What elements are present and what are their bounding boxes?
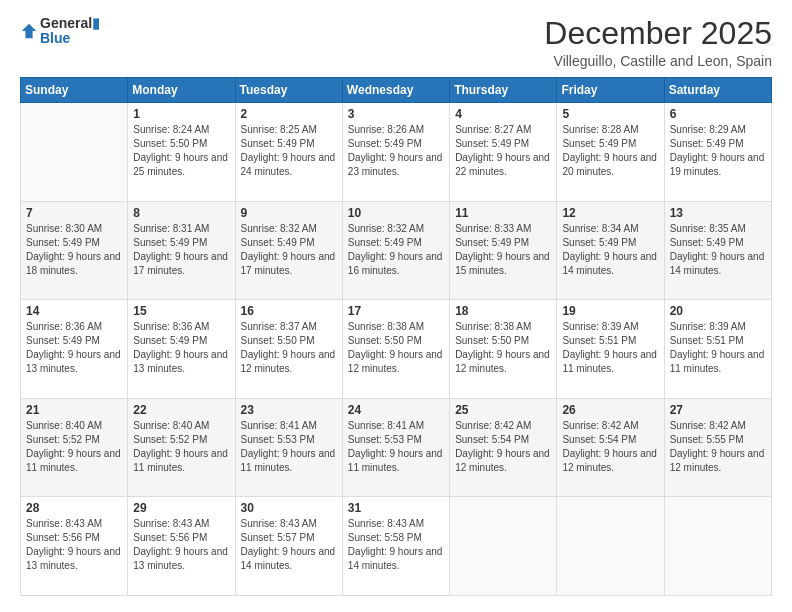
day-number: 1	[133, 107, 229, 121]
col-wednesday: Wednesday	[342, 78, 449, 103]
day-daylight: Daylight: 9 hours and 24 minutes.	[241, 152, 336, 177]
day-number: 12	[562, 206, 658, 220]
calendar-cell-3-6: 27 Sunrise: 8:42 AM Sunset: 5:55 PM Dayl…	[664, 398, 771, 497]
calendar-cell-3-2: 23 Sunrise: 8:41 AM Sunset: 5:53 PM Dayl…	[235, 398, 342, 497]
day-daylight: Daylight: 9 hours and 20 minutes.	[562, 152, 657, 177]
day-sunset: Sunset: 5:58 PM	[348, 532, 422, 543]
day-sunrise: Sunrise: 8:41 AM	[348, 420, 424, 431]
day-sunset: Sunset: 5:54 PM	[455, 434, 529, 445]
day-sunset: Sunset: 5:49 PM	[562, 138, 636, 149]
header: General▮ Blue December 2025 Villeguillo,…	[20, 16, 772, 69]
day-sunrise: Sunrise: 8:30 AM	[26, 223, 102, 234]
day-sunset: Sunset: 5:50 PM	[455, 335, 529, 346]
calendar-cell-1-3: 10 Sunrise: 8:32 AM Sunset: 5:49 PM Dayl…	[342, 201, 449, 300]
subtitle: Villeguillo, Castille and Leon, Spain	[544, 53, 772, 69]
day-sunset: Sunset: 5:56 PM	[133, 532, 207, 543]
day-sunrise: Sunrise: 8:42 AM	[562, 420, 638, 431]
calendar-cell-4-6	[664, 497, 771, 596]
day-sunrise: Sunrise: 8:42 AM	[455, 420, 531, 431]
day-number: 8	[133, 206, 229, 220]
calendar-cell-2-1: 15 Sunrise: 8:36 AM Sunset: 5:49 PM Dayl…	[128, 300, 235, 399]
day-sunset: Sunset: 5:51 PM	[670, 335, 744, 346]
day-sunset: Sunset: 5:55 PM	[670, 434, 744, 445]
day-daylight: Daylight: 9 hours and 17 minutes.	[133, 251, 228, 276]
calendar-cell-3-1: 22 Sunrise: 8:40 AM Sunset: 5:52 PM Dayl…	[128, 398, 235, 497]
calendar-week-0: 1 Sunrise: 8:24 AM Sunset: 5:50 PM Dayli…	[21, 103, 772, 202]
day-sunrise: Sunrise: 8:28 AM	[562, 124, 638, 135]
day-number: 4	[455, 107, 551, 121]
day-number: 25	[455, 403, 551, 417]
day-number: 28	[26, 501, 122, 515]
logo-line1: General▮	[40, 16, 100, 31]
day-sunset: Sunset: 5:54 PM	[562, 434, 636, 445]
day-number: 11	[455, 206, 551, 220]
day-number: 3	[348, 107, 444, 121]
day-daylight: Daylight: 9 hours and 13 minutes.	[133, 349, 228, 374]
calendar-cell-0-3: 3 Sunrise: 8:26 AM Sunset: 5:49 PM Dayli…	[342, 103, 449, 202]
day-sunset: Sunset: 5:49 PM	[348, 237, 422, 248]
day-sunrise: Sunrise: 8:25 AM	[241, 124, 317, 135]
calendar-cell-1-5: 12 Sunrise: 8:34 AM Sunset: 5:49 PM Dayl…	[557, 201, 664, 300]
day-number: 7	[26, 206, 122, 220]
calendar-cell-1-1: 8 Sunrise: 8:31 AM Sunset: 5:49 PM Dayli…	[128, 201, 235, 300]
day-number: 16	[241, 304, 337, 318]
col-friday: Friday	[557, 78, 664, 103]
calendar-cell-0-2: 2 Sunrise: 8:25 AM Sunset: 5:49 PM Dayli…	[235, 103, 342, 202]
day-sunset: Sunset: 5:49 PM	[455, 237, 529, 248]
calendar-cell-3-3: 24 Sunrise: 8:41 AM Sunset: 5:53 PM Dayl…	[342, 398, 449, 497]
day-number: 20	[670, 304, 766, 318]
calendar-cell-1-0: 7 Sunrise: 8:30 AM Sunset: 5:49 PM Dayli…	[21, 201, 128, 300]
calendar-cell-0-6: 6 Sunrise: 8:29 AM Sunset: 5:49 PM Dayli…	[664, 103, 771, 202]
day-sunset: Sunset: 5:49 PM	[133, 335, 207, 346]
day-sunset: Sunset: 5:52 PM	[133, 434, 207, 445]
day-number: 13	[670, 206, 766, 220]
logo-icon	[20, 22, 38, 40]
col-monday: Monday	[128, 78, 235, 103]
day-sunrise: Sunrise: 8:34 AM	[562, 223, 638, 234]
day-sunset: Sunset: 5:50 PM	[133, 138, 207, 149]
calendar-cell-4-0: 28 Sunrise: 8:43 AM Sunset: 5:56 PM Dayl…	[21, 497, 128, 596]
day-sunrise: Sunrise: 8:43 AM	[348, 518, 424, 529]
day-daylight: Daylight: 9 hours and 11 minutes.	[670, 349, 765, 374]
day-number: 2	[241, 107, 337, 121]
day-sunrise: Sunrise: 8:40 AM	[133, 420, 209, 431]
calendar-cell-4-4	[450, 497, 557, 596]
day-daylight: Daylight: 9 hours and 14 minutes.	[562, 251, 657, 276]
calendar-cell-2-2: 16 Sunrise: 8:37 AM Sunset: 5:50 PM Dayl…	[235, 300, 342, 399]
day-number: 6	[670, 107, 766, 121]
day-number: 24	[348, 403, 444, 417]
day-number: 27	[670, 403, 766, 417]
day-daylight: Daylight: 9 hours and 18 minutes.	[26, 251, 121, 276]
day-daylight: Daylight: 9 hours and 22 minutes.	[455, 152, 550, 177]
calendar-cell-0-1: 1 Sunrise: 8:24 AM Sunset: 5:50 PM Dayli…	[128, 103, 235, 202]
day-sunrise: Sunrise: 8:39 AM	[562, 321, 638, 332]
day-sunrise: Sunrise: 8:31 AM	[133, 223, 209, 234]
day-daylight: Daylight: 9 hours and 11 minutes.	[562, 349, 657, 374]
day-daylight: Daylight: 9 hours and 14 minutes.	[348, 546, 443, 571]
calendar-week-2: 14 Sunrise: 8:36 AM Sunset: 5:49 PM Dayl…	[21, 300, 772, 399]
day-daylight: Daylight: 9 hours and 12 minutes.	[455, 448, 550, 473]
day-sunset: Sunset: 5:49 PM	[241, 237, 315, 248]
calendar-cell-2-4: 18 Sunrise: 8:38 AM Sunset: 5:50 PM Dayl…	[450, 300, 557, 399]
day-sunrise: Sunrise: 8:32 AM	[348, 223, 424, 234]
calendar-cell-4-1: 29 Sunrise: 8:43 AM Sunset: 5:56 PM Dayl…	[128, 497, 235, 596]
day-number: 26	[562, 403, 658, 417]
calendar-cell-3-0: 21 Sunrise: 8:40 AM Sunset: 5:52 PM Dayl…	[21, 398, 128, 497]
day-sunrise: Sunrise: 8:39 AM	[670, 321, 746, 332]
day-number: 17	[348, 304, 444, 318]
col-saturday: Saturday	[664, 78, 771, 103]
day-sunset: Sunset: 5:49 PM	[670, 138, 744, 149]
day-daylight: Daylight: 9 hours and 12 minutes.	[348, 349, 443, 374]
calendar-week-1: 7 Sunrise: 8:30 AM Sunset: 5:49 PM Dayli…	[21, 201, 772, 300]
day-daylight: Daylight: 9 hours and 12 minutes.	[241, 349, 336, 374]
day-number: 15	[133, 304, 229, 318]
calendar-cell-2-3: 17 Sunrise: 8:38 AM Sunset: 5:50 PM Dayl…	[342, 300, 449, 399]
day-sunrise: Sunrise: 8:29 AM	[670, 124, 746, 135]
day-daylight: Daylight: 9 hours and 17 minutes.	[241, 251, 336, 276]
day-sunset: Sunset: 5:49 PM	[133, 237, 207, 248]
col-thursday: Thursday	[450, 78, 557, 103]
day-sunrise: Sunrise: 8:36 AM	[133, 321, 209, 332]
calendar-cell-1-6: 13 Sunrise: 8:35 AM Sunset: 5:49 PM Dayl…	[664, 201, 771, 300]
day-sunrise: Sunrise: 8:42 AM	[670, 420, 746, 431]
day-sunset: Sunset: 5:57 PM	[241, 532, 315, 543]
